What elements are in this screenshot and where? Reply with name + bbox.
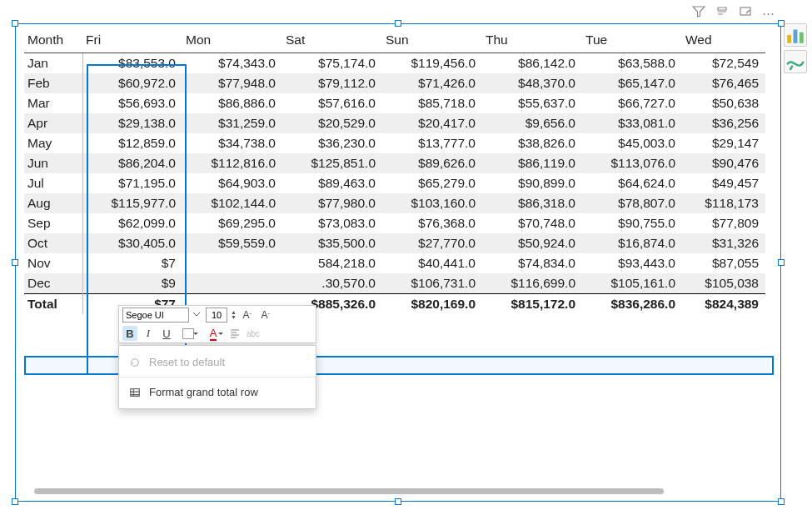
- row-header[interactable]: Nov: [24, 253, 82, 273]
- row-header[interactable]: Jan: [24, 53, 82, 74]
- data-cell[interactable]: $27,770.0: [382, 233, 482, 253]
- resize-handle[interactable]: [778, 20, 785, 27]
- data-cell[interactable]: $60,972.0: [82, 73, 182, 93]
- data-cell[interactable]: $74,343.0: [182, 53, 282, 74]
- increase-font-icon[interactable]: Aˆ: [240, 308, 255, 322]
- data-cell[interactable]: $106,731.0: [382, 273, 482, 294]
- row-header[interactable]: Jun: [24, 153, 82, 173]
- resize-handle[interactable]: [12, 259, 18, 266]
- data-cell[interactable]: $65,147.0: [582, 73, 682, 93]
- table-row[interactable]: Jul$71,195.0$64,903.0$89,463.0$65,279.0$…: [24, 173, 765, 193]
- table-row[interactable]: Feb$60,972.0$77,948.0$79,112.0$71,426.0$…: [24, 73, 765, 93]
- total-cell[interactable]: $836,286.0: [582, 294, 682, 315]
- data-cell[interactable]: $59,559.0: [182, 233, 282, 253]
- data-cell[interactable]: $49,457: [682, 173, 765, 193]
- data-cell[interactable]: $125,851.0: [282, 153, 382, 173]
- col-header[interactable]: Tue: [582, 28, 682, 53]
- data-cell[interactable]: $77,809: [682, 213, 765, 233]
- total-label[interactable]: Total: [24, 294, 82, 315]
- row-header[interactable]: Jul: [24, 173, 82, 193]
- data-cell[interactable]: 584,218.0: [282, 253, 382, 273]
- underline-button[interactable]: U: [159, 326, 174, 341]
- data-cell[interactable]: $48,370.0: [482, 73, 582, 93]
- data-cell[interactable]: $86,318.0: [482, 193, 582, 213]
- data-cell[interactable]: $103,160.0: [382, 193, 482, 213]
- row-header[interactable]: Oct: [24, 233, 82, 253]
- data-cell[interactable]: $113,076.0: [582, 153, 682, 173]
- font-size-spinner[interactable]: ▲▼: [231, 310, 237, 320]
- format-icon[interactable]: [784, 50, 807, 73]
- data-cell[interactable]: $29,138.0: [82, 113, 182, 133]
- row-header[interactable]: Feb: [24, 73, 82, 93]
- col-header[interactable]: Thu: [482, 28, 582, 53]
- data-cell[interactable]: [182, 253, 282, 273]
- data-cell[interactable]: $86,204.0: [82, 153, 182, 173]
- data-cell[interactable]: $105,161.0: [582, 273, 682, 294]
- data-cell[interactable]: $31,259.0: [182, 113, 282, 133]
- total-cell[interactable]: $820,169.0: [382, 294, 482, 315]
- data-cell[interactable]: $31,326: [682, 233, 765, 253]
- data-cell[interactable]: $116,699.0: [482, 273, 582, 294]
- table-row[interactable]: Sep$62,099.0$69,295.0$73,083.0$76,368.0$…: [24, 213, 765, 233]
- row-header-label[interactable]: Month: [24, 28, 82, 53]
- col-header[interactable]: Wed: [682, 28, 765, 53]
- col-header[interactable]: Fri: [82, 28, 182, 53]
- data-cell[interactable]: $33,081.0: [582, 113, 682, 133]
- data-cell[interactable]: $90,899.0: [482, 173, 582, 193]
- data-cell[interactable]: $71,426.0: [382, 73, 482, 93]
- data-cell[interactable]: $34,738.0: [182, 133, 282, 153]
- data-cell[interactable]: $64,903.0: [182, 173, 282, 193]
- clear-format-button[interactable]: abc: [246, 326, 261, 341]
- data-cell[interactable]: $66,727.0: [582, 93, 682, 113]
- data-cell[interactable]: $102,144.0: [182, 193, 282, 213]
- table-row[interactable]: Apr$29,138.0$31,259.0$20,529.0$20,417.0$…: [24, 113, 765, 133]
- data-cell[interactable]: $65,279.0: [382, 173, 482, 193]
- table-row[interactable]: Nov$7584,218.0$40,441.0$74,834.0$93,443.…: [24, 253, 765, 273]
- data-cell[interactable]: $71,195.0: [82, 173, 182, 193]
- horizontal-scrollbar[interactable]: [34, 488, 664, 494]
- font-family-input[interactable]: [122, 308, 189, 322]
- data-cell[interactable]: $9,656.0: [482, 113, 582, 133]
- data-cell[interactable]: $63,588.0: [582, 53, 682, 74]
- data-cell[interactable]: $86,142.0: [482, 53, 582, 74]
- data-cell[interactable]: $50,924.0: [482, 233, 582, 253]
- data-cell[interactable]: $62,099.0: [82, 213, 182, 233]
- data-cell[interactable]: .30,570.0: [282, 273, 382, 294]
- table-row[interactable]: Jan$83,553.0$74,343.0$75,174.0$119,456.0…: [24, 53, 765, 74]
- data-cell[interactable]: [182, 273, 282, 294]
- data-cell[interactable]: $90,476: [682, 153, 765, 173]
- fill-color-button[interactable]: [177, 326, 199, 341]
- data-cell[interactable]: $45,003.0: [582, 133, 682, 153]
- data-cell[interactable]: $86,886.0: [182, 93, 282, 113]
- data-cell[interactable]: $69,295.0: [182, 213, 282, 233]
- row-header[interactable]: Apr: [24, 113, 82, 133]
- data-cell[interactable]: $29,147: [682, 133, 765, 153]
- matrix-scroll[interactable]: Month Fri Mon Sat Sun Thu Tue Wed Jan$83…: [24, 28, 777, 314]
- data-cell[interactable]: $64,624.0: [582, 173, 682, 193]
- data-cell[interactable]: $87,055: [682, 253, 765, 273]
- data-cell[interactable]: $20,417.0: [382, 113, 482, 133]
- data-cell[interactable]: $36,256: [682, 113, 765, 133]
- data-cell[interactable]: $76,368.0: [382, 213, 482, 233]
- visualizations-icon[interactable]: [784, 23, 807, 47]
- data-cell[interactable]: $85,718.0: [382, 93, 482, 113]
- data-cell[interactable]: $9: [82, 273, 182, 294]
- data-cell[interactable]: $77,948.0: [182, 73, 282, 93]
- more-icon[interactable]: ⋯: [762, 6, 775, 21]
- align-button[interactable]: [227, 326, 242, 341]
- data-cell[interactable]: $38,826.0: [482, 133, 582, 153]
- resize-handle[interactable]: [778, 498, 785, 505]
- data-cell[interactable]: $73,083.0: [282, 213, 382, 233]
- data-cell[interactable]: $13,777.0: [382, 133, 482, 153]
- font-size-input[interactable]: [206, 308, 227, 322]
- data-cell[interactable]: $79,112.0: [282, 73, 382, 93]
- data-cell[interactable]: $7: [82, 253, 182, 273]
- col-header[interactable]: Sat: [282, 28, 382, 53]
- chevron-down-icon[interactable]: [192, 309, 202, 321]
- data-cell[interactable]: $20,529.0: [282, 113, 382, 133]
- data-cell[interactable]: $16,874.0: [582, 233, 682, 253]
- table-row[interactable]: Mar$56,693.0$86,886.0$57,616.0$85,718.0$…: [24, 93, 765, 113]
- row-header[interactable]: Aug: [24, 193, 82, 213]
- decrease-font-icon[interactable]: Aˇ: [258, 308, 273, 322]
- data-cell[interactable]: $86,119.0: [482, 153, 582, 173]
